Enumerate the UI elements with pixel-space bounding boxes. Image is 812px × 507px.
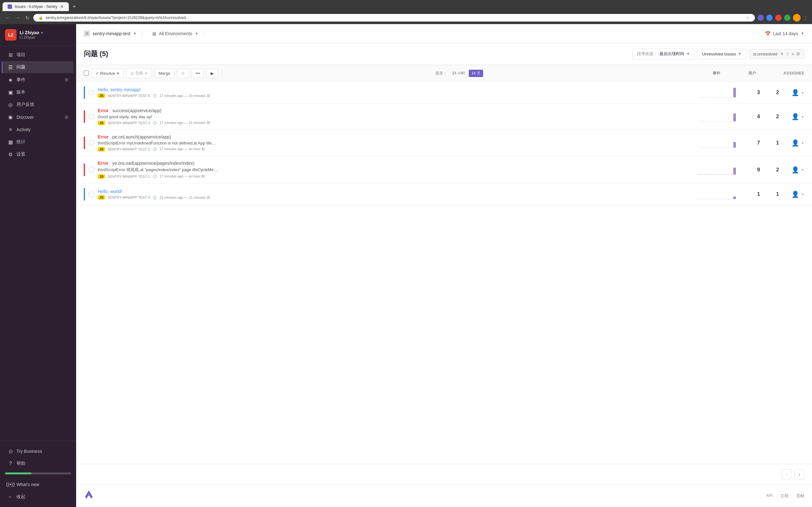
merge-button[interactable]: Merge: [154, 69, 174, 78]
table-row[interactable]: Hello, world! JS SENTRY-MINIAPP-TEST-4 🕐…: [76, 183, 812, 205]
new-tab-button[interactable]: +: [70, 2, 79, 11]
query-actions: ✕ ☆ ≡ ⚙: [780, 51, 800, 56]
env-selector[interactable]: ▦ All Environments ▼: [147, 31, 204, 36]
unresolved-filter-button[interactable]: Unresolved Issues ▼: [697, 49, 746, 59]
row-checkbox[interactable]: [89, 114, 94, 119]
row-checkbox[interactable]: [89, 192, 94, 197]
footer-api-link[interactable]: API: [766, 493, 773, 499]
project-selector-icon: ⊡: [84, 31, 90, 37]
user-name[interactable]: Li Zhiyao ▼: [20, 30, 44, 35]
sidebar-item-feedback-label: 用户反馈: [16, 102, 34, 107]
error-label: Error: [98, 108, 108, 113]
discover-icon: ◉: [8, 114, 13, 120]
play-button[interactable]: ▶: [206, 69, 218, 78]
sidebar-item-issues[interactable]: ☰ 问题: [2, 61, 73, 73]
prev-page-button[interactable]: ‹: [781, 469, 792, 480]
footer-docs-link[interactable]: 文档: [780, 493, 789, 499]
priority-indicator: [84, 110, 85, 123]
sidebar-item-discover[interactable]: ◉ Discover ⊕: [3, 111, 73, 123]
row-checkbox[interactable]: [89, 167, 94, 172]
url-text: sentry.io/organizations/li-zhiyao/issues…: [46, 15, 743, 20]
project-name: sentry-miniapp-test: [93, 31, 131, 36]
assignee-icon: 👤: [792, 89, 799, 96]
issue-title: Error ye.onLoad(appservice/pages/index/i…: [98, 161, 693, 166]
assignee-icon: 👤: [792, 113, 799, 120]
issue-time: 21 minutes ago — 21 minutes 前: [159, 195, 210, 200]
issue-content: Hello, world! JS SENTRY-MINIAPP-TEST-4 🕐…: [98, 189, 693, 200]
date-selector[interactable]: 📅 Last 14 days ▼: [765, 31, 804, 36]
active-tab[interactable]: Issues - li-zhiyao - Sentry ✕: [3, 2, 69, 11]
col-header-users: 用户: [731, 71, 756, 76]
user-dropdown-icon: ▼: [40, 31, 44, 35]
sidebar-item-releases[interactable]: ▣ 版本: [3, 86, 73, 98]
query-filter-icon[interactable]: ≡: [792, 51, 794, 56]
tab-close-button[interactable]: ✕: [60, 4, 64, 9]
reload-button[interactable]: ↻: [24, 14, 31, 22]
sidebar-item-settings[interactable]: ⚙ 设置: [3, 148, 73, 160]
sidebar-item-stats[interactable]: ▦ 统计: [3, 136, 73, 148]
sidebar-item-collapse[interactable]: ← 收起: [3, 491, 73, 503]
date-dropdown-icon: ▼: [801, 32, 804, 36]
main-content: ⊡ sentry-miniapp-test ▼ ▦ All Environmen…: [76, 24, 812, 507]
row-checkbox[interactable]: [89, 90, 94, 95]
footer-contribute-link[interactable]: 贡献: [796, 493, 804, 499]
issues-table: Hello, sentry-miniapp! JS SENTRY-MINIAPP…: [76, 82, 812, 464]
row-checkbox[interactable]: [89, 140, 94, 146]
query-more-icon[interactable]: ⚙: [796, 51, 800, 56]
table-row[interactable]: Hello, sentry-miniapp! JS SENTRY-MINIAPP…: [76, 82, 812, 104]
sidebar-item-releases-label: 版本: [16, 89, 26, 95]
star-icon: ☆: [181, 71, 185, 76]
graph-tab-14d[interactable]: 14 天: [469, 70, 483, 77]
issue-user-count: 1: [760, 140, 779, 146]
col-header-assignee: ASSIGNEE: [766, 71, 804, 75]
issue-subtitle: Good good stydy, day day up!: [98, 114, 693, 119]
sidebar-item-events[interactable]: ◈ 事件 ⊕: [3, 73, 73, 86]
star-button[interactable]: ☆: [177, 69, 189, 78]
issue-assignee[interactable]: 👤 ▼: [779, 190, 804, 198]
ignore-button[interactable]: ◎ 忽略 ▼: [126, 68, 152, 78]
issue-content: Error pe.onLaunch(appservice/app) thirdS…: [98, 134, 693, 152]
back-button[interactable]: ←: [4, 14, 11, 22]
query-clear-icon[interactable]: ✕: [780, 51, 784, 56]
forward-button[interactable]: →: [14, 14, 21, 22]
issue-location: success(appservice/app): [110, 108, 161, 113]
issue-assignee[interactable]: 👤 ▼: [779, 113, 804, 120]
events-add-icon: ⊕: [64, 77, 68, 83]
sidebar-item-projects[interactable]: ⊞ 项目: [3, 49, 73, 61]
sidebar-item-collapse-label: 收起: [16, 494, 26, 500]
sidebar-item-feedback[interactable]: ◎ 用户反馈: [3, 99, 73, 111]
error-label: Error: [98, 161, 108, 166]
js-badge: JS: [98, 195, 105, 200]
table-row[interactable]: Error ye.onLoad(appservice/pages/index/i…: [76, 156, 812, 183]
issue-assignee[interactable]: 👤 ▼: [779, 139, 804, 147]
graph-tab-24h[interactable]: 24 小时: [450, 70, 467, 77]
table-row[interactable]: Error success(appservice/app) Good good …: [76, 104, 812, 130]
query-pin-icon[interactable]: ☆: [786, 51, 790, 56]
sort-button[interactable]: 排序依据： 最后出现时间 ▼: [632, 48, 695, 60]
address-bar[interactable]: 🔒 sentry.io/organizations/li-zhiyao/issu…: [33, 14, 755, 21]
date-range-label: Last 14 days: [773, 31, 798, 36]
more-options-icon[interactable]: ⋮: [803, 15, 808, 21]
table-row[interactable]: Error pe.onLaunch(appservice/app) thirdS…: [76, 130, 812, 156]
resolve-button[interactable]: ✓ Resolve ▼: [91, 69, 124, 78]
sidebar-item-help-label: 帮助: [16, 461, 26, 466]
issue-location: pe.onLaunch(appservice/app): [110, 134, 171, 139]
js-badge: JS: [98, 94, 105, 98]
more-actions-button[interactable]: •••: [192, 69, 204, 78]
sidebar-item-help[interactable]: ? 帮助: [3, 458, 73, 469]
sidebar-item-try-business[interactable]: ⊙ Try Business: [3, 445, 73, 457]
query-bar[interactable]: is:unresolved ✕ ☆ ≡ ⚙: [749, 49, 804, 59]
topbar: ⊡ sentry-miniapp-test ▼ ▦ All Environmen…: [76, 24, 812, 43]
issue-meta: JS SENTRY-MINIAPP-TEST-4 🕐 21 minutes ag…: [98, 195, 693, 200]
issue-title: Hello, world!: [98, 189, 693, 194]
sidebar-item-whats-new[interactable]: ((•)) What's new: [3, 478, 73, 491]
col-header-events: 事件: [695, 71, 721, 76]
select-all-checkbox[interactable]: [84, 71, 89, 76]
issue-assignee[interactable]: 👤 ▼: [779, 89, 804, 96]
sidebar-item-activity[interactable]: ≡ Activity: [3, 124, 73, 135]
issue-subtitle: thirdScriptError myUndefinedFunction is …: [98, 141, 693, 146]
sidebar-item-discover-label: Discover: [16, 115, 34, 120]
issue-assignee[interactable]: 👤 ▼: [779, 166, 804, 174]
project-selector[interactable]: ⊡ sentry-miniapp-test ▼: [84, 31, 142, 37]
next-page-button[interactable]: ›: [794, 469, 804, 480]
